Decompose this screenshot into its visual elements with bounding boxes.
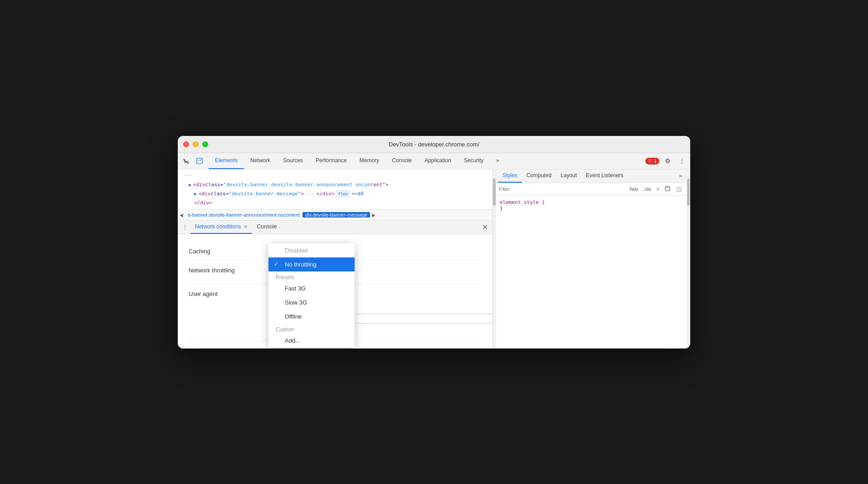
right-scrollbar[interactable] <box>687 169 690 348</box>
styles-content: element.style { } <box>496 196 687 348</box>
svg-rect-1 <box>198 160 200 161</box>
breadcrumb: ◀ e-banner.devsite-banner-announcement.n… <box>178 210 492 221</box>
tab-network[interactable]: Network <box>244 153 277 169</box>
slow3g-label: Slow 3G <box>285 299 307 306</box>
settings-icon[interactable]: ⚙ <box>661 155 674 167</box>
dropdown-item-offline[interactable]: Offline <box>268 310 355 324</box>
error-icon: ⚐ <box>648 158 653 164</box>
tab-elements[interactable]: Elements <box>209 153 244 169</box>
close-button[interactable] <box>183 141 189 147</box>
bottom-close-icon[interactable]: ✕ <box>479 222 490 232</box>
dom-tag-end-2: > <box>301 190 304 198</box>
dom-attr-2: class= <box>211 190 229 198</box>
styles-selector: element.style { <box>500 199 545 205</box>
error-badge: ⚐ 1 <box>645 158 659 165</box>
main-content: ··· ▶ <div class= "devsite-banner devsit… <box>178 169 690 348</box>
devtools-window: DevTools - developer.chrome.com/ Element… <box>178 136 690 348</box>
dom-value-1: "devsite-banner devsite-banner-announcem… <box>223 181 373 189</box>
breadcrumb-item-2[interactable]: div.devsite-banner-message <box>302 212 370 218</box>
dom-equals: == <box>351 190 357 198</box>
cursor-icon[interactable] <box>180 155 192 167</box>
dom-attr-1: class= <box>205 181 224 189</box>
tab-more[interactable]: » <box>490 153 506 169</box>
styles-tab-more[interactable]: » <box>676 173 685 179</box>
traffic-lights <box>183 141 208 147</box>
dom-ellipsis: ··· <box>306 190 315 198</box>
toolbar-tabs: Elements Network Sources Performance Mem… <box>209 153 644 169</box>
tab-application[interactable]: Application <box>418 153 458 169</box>
styles-rule-1: element.style { } <box>500 199 683 211</box>
dom-tag-end-1: ent"> <box>373 181 388 189</box>
offline-label: Offline <box>285 313 302 320</box>
styles-tabs: Styles Computed Layout Event Listeners » <box>496 169 687 183</box>
tab-memory[interactable]: Memory <box>353 153 385 169</box>
devtools-body: Elements Network Sources Performance Mem… <box>178 153 690 348</box>
dom-close-2: </div> <box>317 190 335 198</box>
svg-rect-4 <box>665 186 670 191</box>
tab-layout[interactable]: Layout <box>556 169 581 183</box>
tab-network-conditions[interactable]: Network conditions ✕ <box>190 220 252 234</box>
cls-button[interactable]: .cls <box>642 185 653 193</box>
dropdown-section-custom: Custom <box>268 324 355 334</box>
tab-console-bottom[interactable]: Console <box>252 220 281 234</box>
dropdown-item-slow3g[interactable]: Slow 3G <box>268 295 355 310</box>
bottom-menu-icon[interactable]: ⋮ <box>180 222 190 232</box>
breadcrumb-right-arrow[interactable]: ▶ <box>370 213 377 218</box>
fast3g-label: Fast 3G <box>285 285 306 292</box>
right-scrollbar-thumb[interactable] <box>687 179 690 206</box>
no-throttling-label: No throttling <box>285 261 317 268</box>
filter-input[interactable] <box>499 186 625 192</box>
throttling-dropdown: Disabled No throttling Presets Fast 3G S… <box>268 243 355 348</box>
color-icon[interactable]: ⬜ <box>674 185 684 193</box>
dropdown-item-add[interactable]: Add... <box>268 334 355 348</box>
dropdown-section-presets: Presets <box>268 271 355 281</box>
bottom-tabs: ⋮ Network conditions ✕ Console ✕ <box>178 221 492 234</box>
inspect-icon[interactable] <box>663 185 672 193</box>
maximize-button[interactable] <box>202 141 208 147</box>
network-conditions-label: Network conditions <box>195 223 241 230</box>
dom-value-2: "devsite-banner-message" <box>229 190 301 198</box>
more-options-icon[interactable]: ⋮ <box>676 155 688 167</box>
minimize-button[interactable] <box>193 141 199 147</box>
error-count: 1 <box>654 158 657 164</box>
left-scrollbar-thumb[interactable] <box>493 179 496 206</box>
left-scrollbar[interactable] <box>493 169 496 348</box>
disabled-label: Disabled <box>285 247 308 254</box>
top-toolbar: Elements Network Sources Performance Mem… <box>178 153 690 169</box>
dom-editor: ··· ▶ <div class= "devsite-banner devsit… <box>178 169 492 210</box>
breadcrumb-item-1[interactable]: e-banner.devsite-banner-announcement.noc… <box>185 212 302 218</box>
left-panel: ··· ▶ <div class= "devsite-banner devsit… <box>178 169 493 348</box>
throttling-label: Network throttling <box>189 266 261 274</box>
network-conditions-close[interactable]: ✕ <box>244 224 248 230</box>
tab-event-listeners[interactable]: Event Listeners <box>581 169 628 183</box>
right-panel: Styles Computed Layout Event Listeners »… <box>496 169 687 348</box>
window-title: DevTools - developer.chrome.com/ <box>389 141 479 148</box>
ua-label: User agent <box>189 290 261 297</box>
plus-icon[interactable]: + <box>655 185 661 193</box>
dom-dots: ··· <box>178 171 492 180</box>
hov-button[interactable]: :hov <box>627 185 640 193</box>
dom-dollar: $0 <box>357 190 363 198</box>
tab-sources[interactable]: Sources <box>277 153 309 169</box>
tab-security[interactable]: Security <box>458 153 490 169</box>
dropdown-item-no-throttling[interactable]: No throttling <box>268 257 355 271</box>
svg-rect-5 <box>666 187 669 188</box>
dom-line-1: ▶ <div class= "devsite-banner devsite-ba… <box>178 180 492 189</box>
title-bar: DevTools - developer.chrome.com/ <box>178 136 690 153</box>
tab-styles[interactable]: Styles <box>498 169 522 183</box>
dom-tag-1: <div <box>193 181 205 189</box>
tab-performance[interactable]: Performance <box>309 153 353 169</box>
flex-badge: flex <box>336 190 350 198</box>
elements-icon[interactable] <box>193 155 206 167</box>
dropdown-item-fast3g[interactable]: Fast 3G <box>268 281 355 295</box>
svg-rect-0 <box>197 158 202 164</box>
dom-line-2: ▶ <div class= "devsite-banner-message" >… <box>183 189 492 198</box>
dom-tag-2: <div <box>199 190 211 198</box>
tab-computed[interactable]: Computed <box>522 169 556 183</box>
dropdown-item-disabled[interactable]: Disabled <box>268 243 355 257</box>
caching-label: Caching <box>189 247 261 255</box>
bottom-panel: ⋮ Network conditions ✕ Console ✕ <box>178 221 492 348</box>
breadcrumb-left-arrow[interactable]: ◀ <box>178 213 185 218</box>
toolbar-right: ⚐ 1 ⚙ ⋮ <box>645 155 688 167</box>
tab-console[interactable]: Console <box>385 153 418 169</box>
